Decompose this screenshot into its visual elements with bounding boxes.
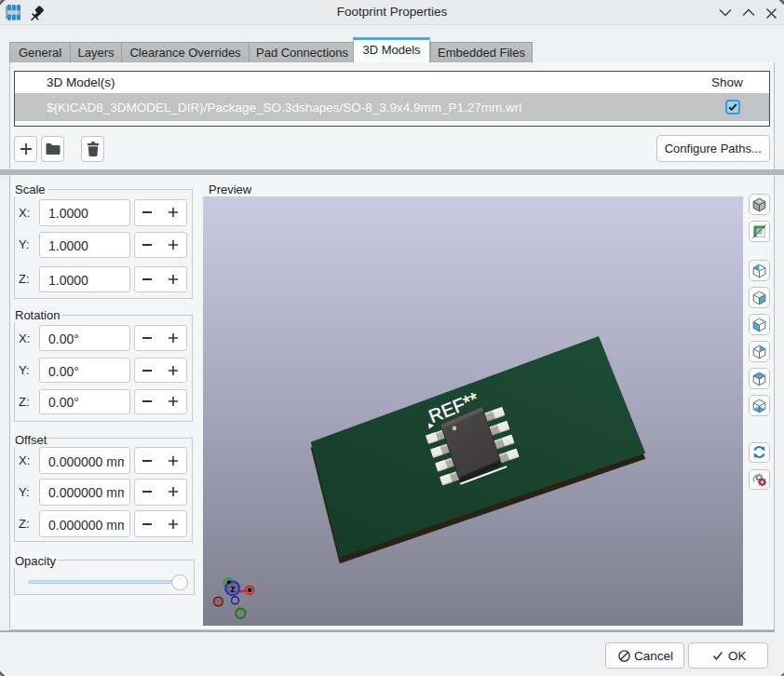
svg-text:z: z xyxy=(230,584,235,594)
